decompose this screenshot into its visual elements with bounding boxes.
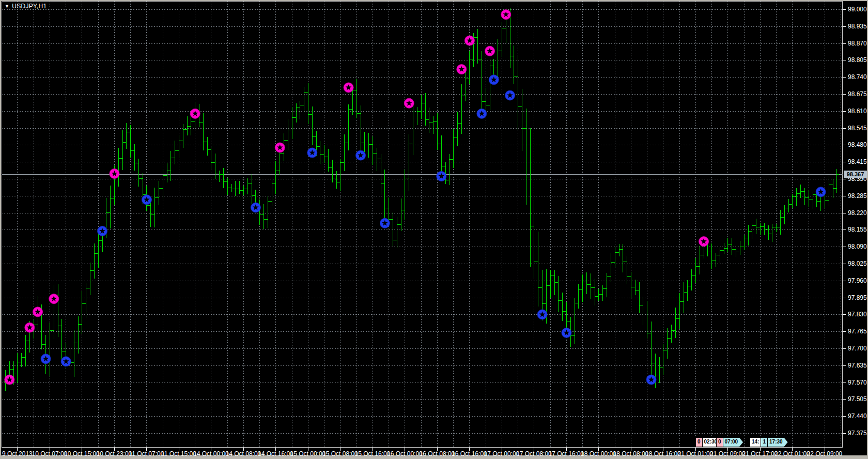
time-tag-segment: 0 [696, 438, 702, 447]
price-axis-label: 99.000 [848, 6, 867, 13]
time-axis-label: 15 Oct 00:00 [290, 450, 326, 457]
sell-signal-icon[interactable] [699, 237, 709, 247]
time-axis-label: 10 Oct 23:00 [97, 450, 132, 457]
sell-signal-icon[interactable] [49, 294, 59, 304]
sell-signal-icon[interactable] [464, 36, 474, 45]
symbol-timeframe-text: USDJPY,H1 [12, 3, 47, 10]
buy-signal-icon[interactable] [41, 354, 51, 364]
price-axis-label: 98.545 [848, 125, 867, 132]
time-axis-label: 22 Oct 01:00 [774, 450, 810, 457]
time-axis-label: 11 Oct 07:00 [129, 450, 164, 457]
price-axis-label: 98.155 [848, 226, 867, 233]
symbol-label: ▼ USDJPY,H1 [5, 3, 47, 10]
price-axis-label: 97.440 [848, 412, 867, 420]
price-axis-label: 98.025 [848, 260, 867, 267]
sell-signal-icon[interactable] [275, 143, 285, 152]
time-axis-label: 16 Oct 08:00 [420, 450, 455, 457]
sell-signal-icon[interactable] [501, 10, 511, 20]
buy-signal-icon[interactable] [356, 150, 366, 160]
price-axis-label: 97.700 [848, 345, 867, 352]
price-axis-label: 98.675 [848, 90, 867, 98]
price-axis-label: 98.285 [848, 192, 867, 200]
sell-signal-icon[interactable] [5, 375, 14, 385]
time-tag-segment: 1 [761, 438, 767, 447]
buy-signal-icon[interactable] [505, 90, 515, 100]
price-axis-label: 97.505 [848, 395, 867, 403]
chart-canvas[interactable] [0, 0, 868, 459]
price-axis-label: 97.960 [848, 277, 867, 284]
axis-ticks [18, 10, 846, 451]
sell-signal-icon[interactable] [404, 98, 414, 108]
price-axis-label: 97.635 [848, 362, 867, 369]
buy-signal-icon[interactable] [646, 375, 656, 385]
time-tag[interactable]: 007:00 [716, 437, 743, 447]
price-axis-label: 97.375 [848, 430, 867, 437]
time-tag[interactable]: 14:117:30 [750, 437, 788, 447]
price-axis-label: 98.740 [848, 73, 867, 81]
time-axis-label: 10 Oct 15:00 [64, 450, 100, 457]
time-axis-label: 18 Oct 08:00 [613, 450, 649, 457]
grid-lines [2, 1, 843, 448]
price-axis-label: 98.805 [848, 56, 867, 64]
buy-signal-icon[interactable] [477, 109, 487, 118]
buy-signal-icon[interactable] [489, 75, 499, 85]
buy-signal-icon[interactable] [816, 187, 826, 197]
price-axis-label: 97.830 [848, 311, 867, 318]
time-axis-label: 17 Oct 08:00 [516, 450, 552, 457]
price-axis-label: 97.895 [848, 294, 867, 301]
price-axis-label: 98.480 [848, 141, 867, 148]
time-axis-label: 16 Oct 16:00 [452, 450, 487, 457]
buy-signal-icon[interactable] [562, 328, 571, 338]
price-axis-label: 98.090 [848, 243, 867, 250]
buy-signal-icon[interactable] [61, 357, 71, 366]
time-axis-label: 14 Oct 00:00 [193, 450, 229, 457]
time-axis-label: 18 Oct 00:00 [581, 450, 616, 457]
price-axis-label: 98.610 [848, 108, 867, 115]
time-axis-label: 17 Oct 00:00 [484, 450, 520, 457]
sell-signal-icon[interactable] [190, 109, 200, 118]
time-axis-label: 14 Oct 08:00 [226, 450, 261, 457]
time-axis-label: 10 Oct 07:00 [32, 450, 68, 457]
price-axis-label: 98.415 [848, 158, 867, 165]
current-price-tag: 98.367 [844, 171, 867, 178]
time-axis-label: 21 Oct 01:00 [678, 450, 714, 457]
price-bars-range [6, 8, 837, 391]
buy-signal-icon[interactable] [142, 195, 151, 205]
time-axis-label: 18 Oct 16:00 [645, 450, 681, 457]
sell-signal-icon[interactable] [33, 307, 43, 317]
buy-signal-icon[interactable] [380, 218, 390, 228]
buy-signal-icon[interactable] [437, 171, 446, 181]
time-axis-label: 21 Oct 17:00 [742, 450, 778, 457]
price-axis-label: 98.870 [848, 40, 867, 47]
time-axis-label: 14 Oct 16:00 [258, 450, 293, 457]
mt4-chart-window: ▼ USDJPY,H1 99.00098.93598.87098.80598.7… [0, 0, 868, 459]
time-tag-segment: 14: [750, 438, 761, 447]
sell-signal-icon[interactable] [344, 83, 353, 93]
buy-signal-icon[interactable] [537, 310, 547, 319]
time-tag-segment: 17:30 [768, 438, 788, 447]
sell-signal-icon[interactable] [110, 169, 119, 178]
time-axis-label: 22 Oct 09:00 [807, 450, 843, 457]
time-axis-label: 9 Oct 2013 [2, 450, 33, 457]
time-axis-label: 17 Oct 16:00 [549, 450, 584, 457]
time-axis-label: 21 Oct 09:00 [710, 450, 746, 457]
time-axis-label: 15 Oct 16:00 [355, 450, 391, 457]
price-axis-label: 98.220 [848, 209, 867, 217]
time-tag-segment: 0 [717, 438, 723, 447]
plot-frame [2, 2, 843, 448]
price-axis-label: 97.570 [848, 379, 867, 386]
time-axis-label: 16 Oct 00:00 [387, 450, 423, 457]
chevron-down-icon[interactable]: ▼ [5, 4, 9, 9]
price-axis-label: 98.935 [848, 23, 867, 30]
sell-signal-icon[interactable] [25, 323, 35, 332]
price-axis-label: 97.765 [848, 328, 867, 335]
sell-signal-icon[interactable] [485, 46, 495, 56]
time-axis-label: 15 Oct 08:00 [322, 450, 358, 457]
buy-signal-icon[interactable] [307, 148, 317, 158]
buy-signal-icon[interactable] [98, 226, 107, 236]
sell-signal-icon[interactable] [457, 65, 467, 74]
time-axis-label: 11 Oct 15:00 [161, 450, 196, 457]
buy-signal-icon[interactable] [251, 203, 260, 212]
time-tag-segment: 07:00 [723, 438, 743, 447]
